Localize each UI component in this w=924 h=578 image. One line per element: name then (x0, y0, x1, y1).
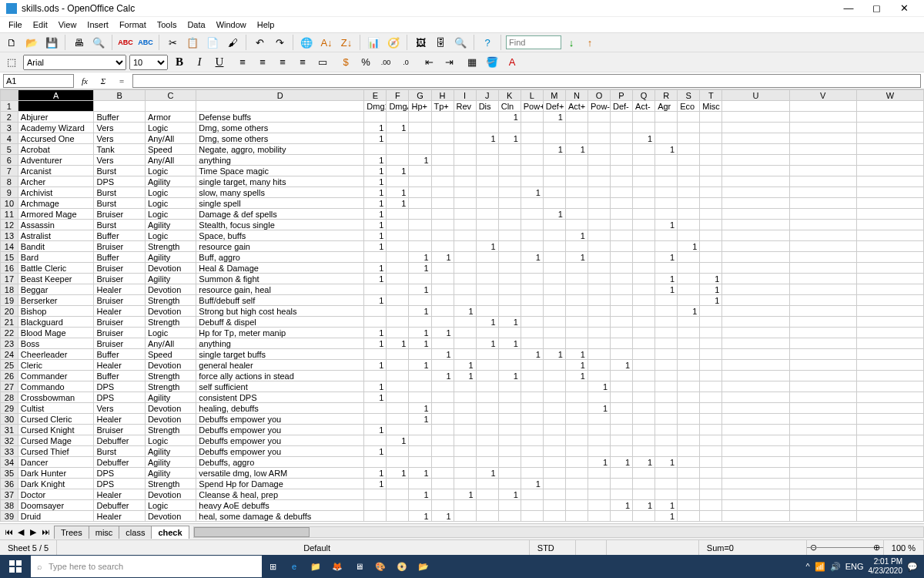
cell[interactable]: 1 (611, 500, 633, 511)
cell[interactable] (431, 457, 454, 468)
cell[interactable] (633, 414, 655, 425)
row-header[interactable]: 10 (1, 198, 18, 209)
cell[interactable] (543, 230, 565, 241)
cell[interactable]: Acrobat (18, 144, 94, 155)
cell[interactable] (722, 123, 789, 133)
cell[interactable]: 1 (655, 511, 678, 522)
cell[interactable] (611, 123, 633, 133)
cell[interactable]: Time Space magic (196, 166, 364, 176)
cell[interactable] (678, 328, 700, 338)
cell[interactable] (18, 101, 94, 112)
cell[interactable]: 1 (543, 112, 565, 123)
cell[interactable] (611, 209, 633, 220)
cell[interactable] (633, 284, 655, 295)
cell[interactable]: 1 (364, 328, 387, 338)
cell[interactable]: Archmage (18, 198, 94, 209)
cell[interactable] (454, 241, 476, 252)
cell[interactable] (454, 198, 476, 209)
cell[interactable] (454, 133, 476, 144)
cell[interactable] (454, 457, 476, 468)
col-header-D[interactable]: D (196, 90, 364, 101)
cell[interactable]: 1 (498, 133, 521, 144)
cell[interactable] (678, 263, 700, 274)
cell[interactable]: 1 (655, 220, 678, 230)
cell[interactable] (431, 468, 454, 479)
cell[interactable] (655, 317, 678, 328)
cell[interactable] (145, 101, 196, 112)
row-header[interactable]: 4 (1, 133, 18, 144)
cell[interactable]: 1 (409, 360, 431, 371)
cell[interactable] (700, 155, 722, 166)
cell[interactable]: Logic (145, 500, 196, 511)
cell[interactable] (588, 489, 610, 500)
cell[interactable]: Any/All (145, 338, 196, 349)
cell[interactable] (454, 144, 476, 155)
cell[interactable]: Bruiser (94, 425, 145, 435)
cell[interactable] (387, 133, 409, 144)
cell[interactable] (543, 489, 565, 500)
cell[interactable] (454, 112, 476, 123)
find-next-icon[interactable]: ↓ (563, 34, 580, 51)
cell[interactable] (521, 133, 543, 144)
cell[interactable]: 1 (655, 284, 678, 295)
cell[interactable] (789, 155, 856, 166)
add-decimal-icon[interactable]: .00 (377, 54, 394, 71)
cell[interactable] (700, 187, 722, 198)
row-header[interactable]: 24 (1, 349, 18, 360)
row-header[interactable]: 29 (1, 403, 18, 414)
cell[interactable] (655, 446, 678, 457)
cell[interactable] (498, 392, 521, 403)
cell[interactable] (789, 414, 856, 425)
cell[interactable] (476, 252, 498, 263)
cell[interactable] (633, 166, 655, 176)
col-header-B[interactable]: B (94, 90, 145, 101)
cell[interactable] (722, 338, 789, 349)
cell[interactable]: Debuffer (94, 457, 145, 468)
cell[interactable]: Speed (145, 349, 196, 360)
cell[interactable] (789, 123, 856, 133)
cell[interactable] (454, 317, 476, 328)
cell[interactable] (700, 252, 722, 263)
cell[interactable] (789, 479, 856, 489)
cell[interactable]: Cheerleader (18, 349, 94, 360)
cell[interactable] (655, 230, 678, 241)
cell[interactable]: Healer (94, 306, 145, 317)
currency-icon[interactable]: $ (337, 54, 354, 71)
cell[interactable] (856, 511, 923, 522)
cell[interactable] (476, 112, 498, 123)
cell[interactable] (498, 435, 521, 446)
cell[interactable] (633, 198, 655, 209)
cell[interactable] (588, 328, 610, 338)
cell[interactable] (521, 306, 543, 317)
equals-icon[interactable]: = (114, 74, 129, 88)
cell[interactable] (611, 284, 633, 295)
cell[interactable] (387, 306, 409, 317)
cell[interactable]: slow, many spells (196, 187, 364, 198)
cell[interactable] (678, 166, 700, 176)
cell[interactable]: Strength (145, 381, 196, 392)
cell[interactable] (633, 306, 655, 317)
cell[interactable] (856, 155, 923, 166)
cell[interactable]: 1 (431, 252, 454, 263)
cell[interactable]: 1 (454, 360, 476, 371)
cell[interactable] (543, 371, 565, 381)
cell[interactable] (565, 209, 588, 220)
cell[interactable] (789, 198, 856, 209)
cell[interactable] (678, 435, 700, 446)
cell[interactable] (409, 457, 431, 468)
cell[interactable] (565, 198, 588, 209)
cell[interactable]: Armor (145, 112, 196, 123)
cell[interactable] (543, 198, 565, 209)
cell[interactable]: Strength (145, 317, 196, 328)
cell[interactable] (431, 263, 454, 274)
cell[interactable]: Buffer (94, 252, 145, 263)
cell[interactable]: Strength (145, 295, 196, 306)
cell[interactable] (856, 338, 923, 349)
tray-clock[interactable]: 2:01 PM 4/23/2020 (869, 557, 903, 576)
cell[interactable]: 1 (655, 457, 678, 468)
cell[interactable] (364, 500, 387, 511)
cell[interactable] (611, 274, 633, 284)
cell[interactable] (498, 220, 521, 230)
cell[interactable]: Devotion (145, 489, 196, 500)
cell[interactable] (387, 263, 409, 274)
